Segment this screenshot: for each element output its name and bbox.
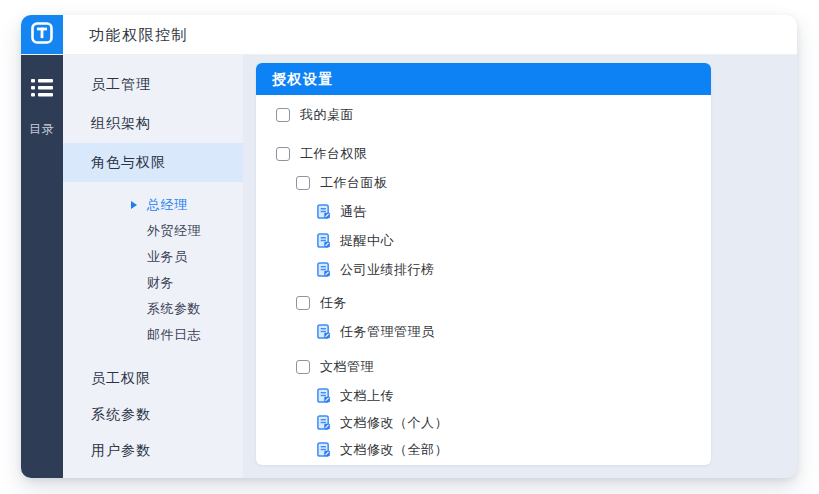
tree-item-announcement[interactable]: 通告 [272,198,695,225]
tree-item-workbench-panel[interactable]: 工作台面板 [272,169,695,196]
tree-item-document-upload[interactable]: 文档上传 [272,382,695,409]
rail-label-directory[interactable]: 目录 [29,121,55,138]
submenu-item-salesperson[interactable]: 业务员 [63,244,243,270]
tree-item-workbench-permissions[interactable]: 工作台权限 [272,140,695,167]
list-menu-icon[interactable] [31,79,53,101]
submenu-item-general-manager[interactable]: 总经理 [63,192,243,218]
document-edit-icon [316,262,331,277]
submenu-item-mail-log[interactable]: 邮件日志 [63,322,243,348]
tree-item-document-edit-personal[interactable]: 文档修改（个人） [272,409,695,436]
sidebar-item-employee-permissions[interactable]: 员工权限 [63,360,243,396]
sidebar-item-system-parameters[interactable]: 系统参数 [63,396,243,432]
top-bar: 功能权限控制 [21,15,797,55]
roles-submenu: 总经理 外贸经理 业务员 财务 系统参数 邮件日志 [63,192,243,348]
submenu-item-system-params[interactable]: 系统参数 [63,296,243,322]
document-edit-icon [316,324,331,339]
sidebar-item-user-parameters[interactable]: 用户参数 [63,432,243,468]
nav-rail: 目录 [21,55,63,478]
document-edit-icon [316,442,331,457]
page-title: 功能权限控制 [63,15,188,54]
document-edit-icon [316,388,331,403]
caret-right-icon [131,201,137,209]
permission-tree: 我的桌面 工作台权限 工作台面板 [256,95,711,463]
submenu-item-finance[interactable]: 财务 [63,270,243,296]
tree-item-task-admin[interactable]: 任务管理管理员 [272,318,695,345]
sidebar-item-roles-permissions[interactable]: 角色与权限 [63,143,243,182]
app-logo-icon [31,22,53,48]
app-window: 功能权限控制 目录 员工管理 组织架构 角色与权限 [21,15,797,478]
main-area: 授权设置 我的桌面 工作台权限 工作台面板 [243,55,797,478]
document-edit-icon [316,204,331,219]
sidebar-item-org-structure[interactable]: 组织架构 [63,104,243,143]
checkbox-my-desktop[interactable] [276,108,290,122]
sidebar-item-employee-management[interactable]: 员工管理 [63,65,243,104]
tree-item-document-management[interactable]: 文档管理 [272,353,695,380]
checkbox-document-management[interactable] [296,360,310,374]
submenu-item-trade-manager[interactable]: 外贸经理 [63,218,243,244]
checkbox-workbench-permissions[interactable] [276,147,290,161]
app-logo-button[interactable] [21,15,63,54]
tree-item-reminder-center[interactable]: 提醒中心 [272,227,695,254]
checkbox-workbench-panel[interactable] [296,176,310,190]
tree-item-my-desktop[interactable]: 我的桌面 [272,101,695,128]
document-edit-icon [316,233,331,248]
tree-item-tasks[interactable]: 任务 [272,289,695,316]
panel-header: 授权设置 [256,63,711,95]
tree-item-performance-ranking[interactable]: 公司业绩排行榜 [272,256,695,283]
document-edit-icon [316,415,331,430]
authorization-panel: 授权设置 我的桌面 工作台权限 工作台面板 [256,63,711,465]
sidebar-menu: 员工管理 组织架构 角色与权限 总经理 外贸经理 业务员 财务 系统参数 邮件日… [63,55,243,478]
checkbox-tasks[interactable] [296,296,310,310]
tree-item-document-edit-all[interactable]: 文档修改（全部） [272,436,695,463]
